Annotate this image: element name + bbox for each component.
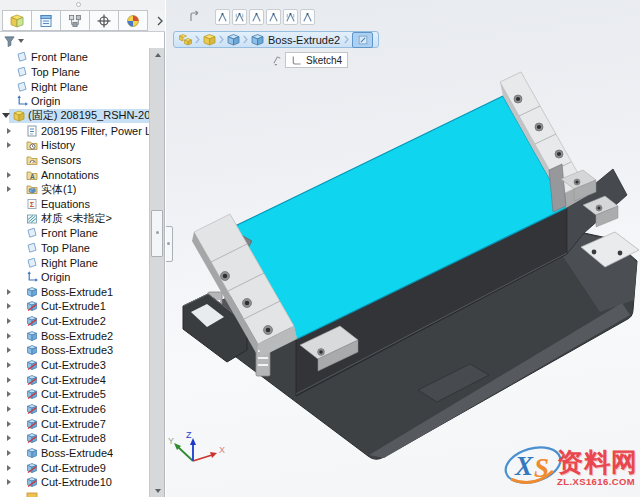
tree-item-label: Boss-Extrude2 <box>41 330 113 342</box>
svg-text:A: A <box>30 173 35 180</box>
expand-arrow-icon[interactable] <box>5 347 13 353</box>
tree-item-8[interactable]: AAnnotations <box>0 167 149 182</box>
tree-item-15[interactable]: Origin <box>0 270 149 285</box>
expand-arrow-icon[interactable] <box>5 172 13 178</box>
expand-arrow-icon[interactable] <box>5 128 13 134</box>
tree-item-label: 材质 <未指定> <box>41 211 112 226</box>
sketch-tool-button-2[interactable] <box>249 9 264 25</box>
tree-item-25[interactable]: Cut-Extrude7 <box>0 416 149 431</box>
tree-item-11[interactable]: 材质 <未指定> <box>0 211 149 226</box>
manager-tab-2[interactable] <box>60 10 90 31</box>
expand-arrow-icon[interactable] <box>5 406 13 412</box>
tree-item-21[interactable]: Cut-Extrude3 <box>0 358 149 373</box>
breadcrumb-item-part-icon[interactable] <box>203 33 216 46</box>
panel-splitter-tab[interactable] <box>166 226 173 262</box>
sketch-tool-button-1[interactable] <box>232 9 247 25</box>
expand-arrow-icon[interactable] <box>5 450 13 456</box>
triad-z-label: Z <box>186 430 192 440</box>
scroll-down-arrow[interactable] <box>150 484 165 497</box>
breadcrumb-chevron-icon <box>195 35 200 44</box>
tree-item-16[interactable]: Boss-Extrude1 <box>0 285 149 300</box>
tree-item-3[interactable]: Origin <box>0 94 149 109</box>
breadcrumb-item-feature-icon[interactable] <box>251 33 264 46</box>
sketch-tool-a-icon <box>267 11 280 24</box>
filter-dropdown-caret-icon[interactable] <box>18 39 24 43</box>
tree-item-23[interactable]: Cut-Extrude5 <box>0 387 149 402</box>
tree-item-27[interactable]: Boss-Extrude4 <box>0 446 149 461</box>
breadcrumb-item-sketch-icon[interactable] <box>352 32 373 48</box>
breadcrumb-chevron-icon <box>243 35 248 44</box>
expand-arrow-icon[interactable] <box>5 289 13 295</box>
expand-arrow-icon[interactable] <box>5 318 13 324</box>
tree-item-20[interactable]: Boss-Extrude3 <box>0 343 149 358</box>
tree-item-label: Cut-Extrude4 <box>41 374 106 386</box>
expand-arrow-icon[interactable] <box>5 391 13 397</box>
scroll-up-arrow[interactable] <box>150 48 165 61</box>
tree-item-14[interactable]: Right Plane <box>0 255 149 270</box>
sketch-flyout-item[interactable]: Sketch4 <box>285 52 348 68</box>
tree-item-5[interactable]: 208195 Filter, Power Line <box>0 123 149 138</box>
sketch-tool-button-5[interactable] <box>300 9 315 25</box>
tree-item-4[interactable]: (固定) 208195_RSHN-2016D <box>0 109 149 124</box>
breadcrumb-item-assembly-icon[interactable] <box>179 33 192 46</box>
part-icon <box>203 33 216 46</box>
tree-item-label: Cut-Extrude10 <box>41 476 112 488</box>
graphics-area-model[interactable]: Y Z X <box>166 0 640 497</box>
sketch-tool-button-4[interactable] <box>283 9 298 25</box>
tree-item-26[interactable]: Cut-Extrude8 <box>0 431 149 446</box>
tree-item-22[interactable]: Cut-Extrude4 <box>0 372 149 387</box>
assembly-icon <box>179 33 192 46</box>
cut-extrude-icon <box>26 315 38 327</box>
plane-icon <box>16 66 28 78</box>
breadcrumb-item-solid-body-icon[interactable] <box>227 33 240 46</box>
expand-arrow-icon[interactable] <box>5 142 13 148</box>
expand-arrow-icon[interactable] <box>5 303 13 309</box>
manager-tab-3[interactable] <box>89 10 119 31</box>
expand-arrow-icon[interactable] <box>5 421 13 427</box>
tree-item-7[interactable]: Sensors <box>0 153 149 168</box>
manager-tab-4[interactable] <box>118 10 148 31</box>
expand-arrow-icon[interactable] <box>5 479 13 485</box>
graphics-viewport[interactable]: Y Z X Boss-Extrude2 Sketch4 X <box>166 0 640 497</box>
sensors-icon <box>26 154 38 166</box>
tree-item-10[interactable]: ΣEquations <box>0 197 149 212</box>
tree-item-30[interactable] <box>0 490 149 497</box>
tree-item-6[interactable]: History <box>0 138 149 153</box>
sketch-tool-button-3[interactable] <box>266 9 281 25</box>
scrollbar-thumb[interactable] <box>151 210 163 257</box>
tree-item-17[interactable]: Cut-Extrude1 <box>0 299 149 314</box>
plane-icon <box>26 227 38 239</box>
tree-item-0[interactable]: Front Plane <box>0 50 149 65</box>
tree-item-24[interactable]: Cut-Extrude6 <box>0 402 149 417</box>
expand-arrow-icon[interactable] <box>5 465 13 471</box>
panel-splitter-handle[interactable] <box>76 2 81 7</box>
tree-filter[interactable] <box>0 33 24 49</box>
breadcrumb-feature-label: Boss-Extrude2 <box>268 34 340 46</box>
tree-item-19[interactable]: Boss-Extrude2 <box>0 328 149 343</box>
tree-item-label: Origin <box>31 95 60 107</box>
expand-arrow-icon[interactable] <box>5 377 13 383</box>
tabs-overflow-chevron-icon[interactable] <box>157 16 163 26</box>
manager-tab-1[interactable] <box>31 10 61 31</box>
toolbar-arrow-icon[interactable] <box>188 10 202 24</box>
tree-item-29[interactable]: Cut-Extrude10 <box>0 475 149 490</box>
sketch-tool-button-0[interactable] <box>215 9 230 25</box>
tree-item-9[interactable]: 实体(1) <box>0 182 149 197</box>
tree-item-2[interactable]: Right Plane <box>0 79 149 94</box>
tree-item-28[interactable]: Cut-Extrude9 <box>0 460 149 475</box>
featuremanager-panel: Front PlaneTop PlaneRight PlaneOrigin(固定… <box>0 0 165 497</box>
tree-item-12[interactable]: Front Plane <box>0 226 149 241</box>
tree-scrollbar[interactable] <box>149 48 164 497</box>
tree-item-label: Top Plane <box>41 242 90 254</box>
expand-arrow-open-icon[interactable] <box>2 113 10 118</box>
context-sketch-toolbar <box>188 9 317 25</box>
expand-arrow-icon[interactable] <box>5 435 13 441</box>
manager-tab-0[interactable] <box>2 10 32 31</box>
tree-item-18[interactable]: Cut-Extrude2 <box>0 314 149 329</box>
expand-arrow-icon[interactable] <box>5 333 13 339</box>
expand-arrow-icon[interactable] <box>5 362 13 368</box>
tree-item-13[interactable]: Top Plane <box>0 241 149 256</box>
origin-icon <box>26 271 38 283</box>
tree-item-1[interactable]: Top Plane <box>0 65 149 80</box>
expand-arrow-icon[interactable] <box>5 186 13 192</box>
